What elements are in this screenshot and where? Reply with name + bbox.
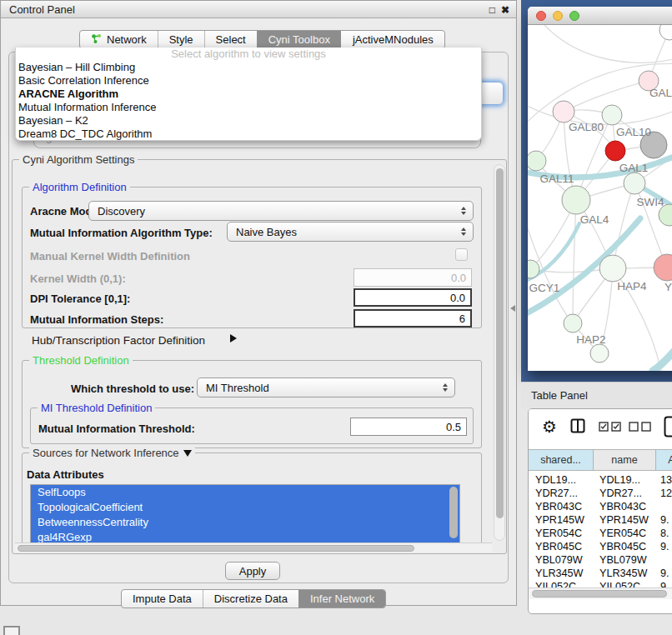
select-all-icon[interactable]: [599, 422, 622, 432]
table-panel-title: Table Panel: [531, 389, 588, 402]
which-threshold-combo[interactable]: MI Threshold: [197, 378, 455, 398]
deselect-all-icon[interactable]: [629, 422, 652, 432]
threshold-definition-legend: Threshold Definition: [29, 354, 133, 367]
settings-vscrollbar-track[interactable]: [494, 164, 505, 541]
close-icon[interactable]: ✖: [501, 5, 509, 15]
column-header-partial[interactable]: A: [655, 449, 672, 471]
control-panel-titlebar[interactable]: Control Panel □ ✖: [0, 0, 517, 18]
corner-partial-icon[interactable]: [3, 626, 20, 635]
bottom-tabbar: Impute Data Discretize Data Infer Networ…: [121, 589, 386, 608]
mi-threshold-label: Mutual Information Threshold:: [38, 422, 195, 435]
table-row[interactable]: YPR145WYPR145W9.: [529, 514, 672, 528]
apply-button[interactable]: Apply: [225, 562, 280, 580]
node-partial-bottom[interactable]: [590, 344, 609, 362]
mi-steps-label: Mutual Information Steps:: [30, 313, 163, 326]
algo-option-bayesian-k2[interactable]: Bayesian – K2: [16, 114, 481, 128]
attr-list-scrollbar[interactable]: [449, 487, 458, 538]
mi-steps-field[interactable]: 6: [354, 309, 472, 328]
algo-option-mutual-information[interactable]: Mutual Information Inference: [16, 101, 481, 114]
table-row[interactable]: YDR27...YDR27...12: [529, 488, 672, 501]
node-gal1-red[interactable]: [605, 141, 625, 161]
document-icon[interactable]: [664, 416, 672, 438]
table-row[interactable]: YER054CYER054C8.: [529, 528, 672, 541]
node-gal80[interactable]: [553, 101, 574, 122]
mi-threshold-field[interactable]: 0.5: [350, 418, 467, 436]
network-canvas[interactable]: GAL GAL80 GAL10 GAL1 GAL11 SWI4 GAL4 GCY…: [528, 25, 672, 371]
node-salmon[interactable]: [654, 254, 672, 281]
tab-cyni-toolbox[interactable]: Cyni Toolbox: [257, 31, 341, 48]
network-icon: [91, 33, 102, 47]
table-hscrollbar-thumb[interactable]: [532, 590, 667, 598]
node-swi4[interactable]: [624, 172, 645, 194]
node-partial-top[interactable]: [659, 25, 672, 40]
node-label: HAP4: [617, 280, 647, 292]
tab-discretize-data[interactable]: Discretize Data: [203, 590, 298, 608]
tab-network-label: Network: [107, 33, 147, 46]
algo-option-aracne[interactable]: ARACNE Algorithm: [16, 88, 481, 101]
dpi-tolerance-field[interactable]: 0.0: [354, 288, 472, 307]
network-window[interactable]: GAL GAL80 GAL10 GAL1 GAL11 SWI4 GAL4 GCY…: [528, 7, 672, 371]
tab-style[interactable]: Style: [158, 31, 204, 48]
table-row[interactable]: YBR045CYBR045C9.: [529, 541, 672, 554]
gear-icon[interactable]: ⚙: [542, 418, 557, 435]
mi-type-label: Mutual Information Algorithm Type:: [30, 227, 213, 239]
float-window-icon[interactable]: □: [489, 5, 495, 15]
collapse-arrow-icon[interactable]: [183, 450, 192, 457]
algo-option-bayesian-hill-climbing[interactable]: Bayesian – Hill Climbing: [16, 61, 481, 74]
table-row[interactable]: YBR043CYBR043C: [529, 501, 672, 514]
algo-option-dream8[interactable]: Dream8 DC_TDC Algorithm: [16, 128, 481, 141]
algorithm-definition-legend: Algorithm Definition: [29, 181, 130, 193]
node-label: GAL10: [616, 126, 651, 138]
aracne-mode-combo[interactable]: Discovery: [88, 201, 474, 221]
node-label: HAP2: [576, 333, 605, 346]
table-row[interactable]: YDL19...YDL19...13: [529, 474, 672, 488]
data-attributes-label: Data Attributes: [27, 468, 104, 481]
columns-icon[interactable]: [570, 418, 585, 433]
table-row[interactable]: YBL079WYBL079W: [529, 554, 672, 568]
node-gal10[interactable]: [602, 105, 622, 125]
combo-stepper-icon: [461, 202, 466, 220]
node-gal11[interactable]: [528, 151, 546, 171]
tab-jactivemnodules[interactable]: jActiveMNodules: [341, 31, 444, 48]
attr-item-betweennesscentrality[interactable]: BetweennessCentrality: [31, 515, 459, 530]
settings-hscrollbar-track[interactable]: [15, 542, 492, 552]
data-attributes-list[interactable]: SelfLoops TopologicalCoefficient Between…: [30, 484, 460, 546]
node-hap2[interactable]: [564, 314, 582, 332]
settings-hscrollbar-thumb[interactable]: [18, 545, 414, 552]
tab-infer-network[interactable]: Infer Network: [298, 590, 385, 608]
settings-vscrollbar-thumb[interactable]: [496, 168, 504, 518]
node-label: GCY1: [529, 282, 560, 294]
popup-placeholder: Select algorithm to view settings: [16, 48, 481, 61]
node-label: GAL80: [569, 121, 604, 133]
node-label: SWI4: [636, 196, 664, 208]
table-hscrollbar-track[interactable]: [529, 588, 672, 599]
manual-kernel-checkbox[interactable]: [455, 248, 468, 261]
zoom-traffic-light[interactable]: [569, 11, 579, 21]
node-hap4[interactable]: [599, 255, 626, 282]
node-label: Y: [664, 281, 672, 293]
attr-item-selfloops[interactable]: SelfLoops: [31, 485, 459, 500]
mi-threshold-legend: MI Threshold Definition: [38, 402, 155, 414]
network-window-titlebar[interactable]: [528, 7, 672, 25]
table-row[interactable]: YLR345WYLR345W9.: [529, 568, 672, 581]
tab-select[interactable]: Select: [204, 31, 257, 48]
network-node-labels: GAL GAL80 GAL10 GAL1 GAL11 SWI4 GAL4 GCY…: [529, 87, 672, 346]
column-header-shared-name[interactable]: shared...: [529, 449, 593, 471]
node-gal4[interactable]: [562, 186, 590, 214]
tab-impute-data[interactable]: Impute Data: [122, 590, 203, 608]
expand-arrow-icon[interactable]: [230, 334, 237, 342]
minimize-traffic-light[interactable]: [553, 11, 563, 21]
kernel-width-field[interactable]: 0.0: [354, 268, 472, 287]
splitter-handle[interactable]: [510, 305, 515, 312]
network-graph[interactable]: GAL GAL80 GAL10 GAL1 GAL11 SWI4 GAL4 GCY…: [528, 25, 672, 371]
sources-legend[interactable]: Sources for Network Inference: [29, 447, 195, 459]
hub-section-label[interactable]: Hub/Transcription Factor Definition: [32, 334, 205, 347]
column-header-name[interactable]: name: [593, 449, 655, 471]
attr-item-topologicalcoefficient[interactable]: TopologicalCoefficient: [31, 500, 459, 515]
tab-network[interactable]: Network: [80, 31, 158, 48]
mi-type-combo[interactable]: Naive Bayes: [227, 222, 474, 242]
node-label: GAL: [649, 87, 672, 99]
close-traffic-light[interactable]: [536, 11, 546, 21]
table-window: ⚙ shared... name A YDL19...YDL19...13 YD…: [528, 408, 672, 614]
algo-option-basic-correlation[interactable]: Basic Correlation Inference: [16, 74, 481, 88]
